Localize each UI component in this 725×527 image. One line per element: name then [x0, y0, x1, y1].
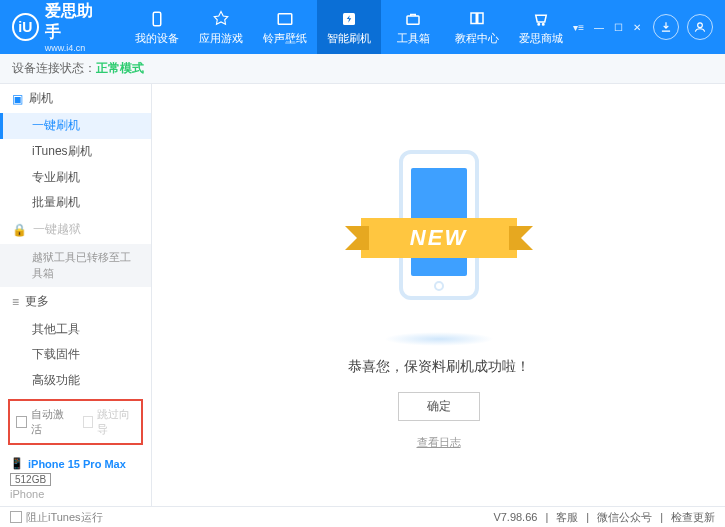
minimize-icon[interactable]: —: [594, 22, 604, 33]
cart-icon: [531, 9, 551, 29]
auto-activate-checkbox[interactable]: 自动激活: [16, 407, 69, 437]
phone-icon: 📱: [10, 457, 24, 470]
status-label: 设备连接状态：: [12, 60, 96, 77]
svg-rect-3: [407, 16, 419, 24]
device-icon: [147, 9, 167, 29]
app-logo: iU 爱思助手 www.i4.cn: [12, 1, 105, 53]
toolbox-icon: [403, 9, 423, 29]
image-icon: [275, 9, 295, 29]
flash-section-icon: ▣: [12, 92, 23, 106]
view-log-link[interactable]: 查看日志: [417, 435, 461, 450]
book-icon: [467, 9, 487, 29]
skip-guide-checkbox: 跳过向导: [83, 407, 136, 437]
status-mode: 正常模式: [96, 60, 144, 77]
nav-ringtones[interactable]: 铃声壁纸: [253, 0, 317, 54]
sidebar-item-oneclick[interactable]: 一键刷机: [0, 113, 151, 139]
nav-toolbox[interactable]: 工具箱: [381, 0, 445, 54]
version-label: V7.98.66: [493, 511, 537, 523]
maximize-icon[interactable]: ☐: [614, 22, 623, 33]
options-box: 自动激活 跳过向导: [8, 399, 143, 445]
sidebar-item-itunes[interactable]: iTunes刷机: [0, 139, 151, 165]
svg-point-6: [698, 23, 703, 28]
update-link[interactable]: 检查更新: [671, 510, 715, 525]
apps-icon: [211, 9, 231, 29]
sidebar-item-advanced[interactable]: 高级功能: [0, 367, 151, 393]
success-graphic: NEW: [369, 140, 509, 340]
sidebar-section-flash[interactable]: ▣刷机: [0, 84, 151, 113]
svg-rect-1: [278, 13, 292, 24]
sidebar-section-jailbreak: 🔒一键越狱: [0, 215, 151, 244]
sidebar-item-firmware[interactable]: 下载固件: [0, 342, 151, 368]
sidebar-item-batch[interactable]: 批量刷机: [0, 190, 151, 216]
app-name: 爱思助手: [45, 1, 105, 43]
device-info[interactable]: 📱iPhone 15 Pro Max 512GB iPhone: [0, 451, 151, 506]
close-icon[interactable]: ✕: [633, 22, 641, 33]
download-button[interactable]: [653, 14, 679, 40]
menu-icon[interactable]: ▾≡: [573, 22, 584, 33]
support-link[interactable]: 客服: [556, 510, 578, 525]
svg-point-4: [538, 23, 540, 25]
block-itunes-checkbox[interactable]: 阻止iTunes运行: [10, 510, 103, 525]
nav-my-device[interactable]: 我的设备: [125, 0, 189, 54]
storage-badge: 512GB: [10, 473, 51, 486]
wechat-link[interactable]: 微信公众号: [597, 510, 652, 525]
new-banner: NEW: [361, 218, 517, 258]
user-button[interactable]: [687, 14, 713, 40]
device-type: iPhone: [10, 488, 141, 500]
more-icon: ≡: [12, 295, 19, 309]
svg-point-5: [543, 23, 545, 25]
jailbreak-note[interactable]: 越狱工具已转移至工具箱: [0, 244, 151, 287]
status-bar: 设备连接状态： 正常模式: [0, 54, 725, 84]
success-message: 恭喜您，保资料刷机成功啦！: [348, 358, 530, 376]
sidebar-section-more[interactable]: ≡更多: [0, 287, 151, 316]
ok-button[interactable]: 确定: [398, 392, 480, 421]
flash-icon: [339, 9, 359, 29]
lock-icon: 🔒: [12, 223, 27, 237]
nav-store[interactable]: 爱思商城: [509, 0, 573, 54]
nav-flash[interactable]: 智能刷机: [317, 0, 381, 54]
sidebar-item-pro[interactable]: 专业刷机: [0, 164, 151, 190]
app-url: www.i4.cn: [45, 43, 105, 53]
nav-apps[interactable]: 应用游戏: [189, 0, 253, 54]
logo-icon: iU: [12, 13, 39, 41]
nav-tutorials[interactable]: 教程中心: [445, 0, 509, 54]
svg-rect-0: [153, 12, 161, 26]
sidebar-item-tools[interactable]: 其他工具: [0, 316, 151, 342]
